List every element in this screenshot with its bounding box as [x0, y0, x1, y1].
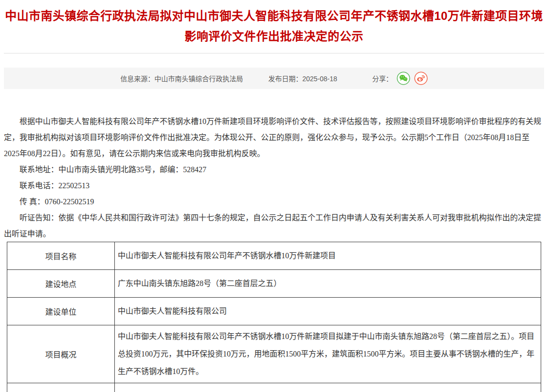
- project-info-table-body: 项目名称 中山市御夫人智能科技有限公司年产不锈钢水槽10万件新建项目 建设地点 …: [7, 242, 541, 392]
- body-paragraph: 联系地址：中山市南头镇光明北路35号，邮编：528427: [4, 161, 544, 178]
- share-group: 分享：: [372, 71, 428, 85]
- project-info-table: 项目名称 中山市御夫人智能科技有限公司年产不锈钢水槽10万件新建项目 建设地点 …: [7, 242, 541, 392]
- info-source: 信息来源：中山市南头镇综合行政执法局: [120, 73, 243, 83]
- row-value: 广州市成诺环境科技有限公司: [115, 383, 541, 392]
- table-row: 项目名称 中山市御夫人智能科技有限公司年产不锈钢水槽10万件新建项目: [7, 242, 541, 270]
- row-label: 环评机构: [7, 383, 115, 392]
- row-label: 项目概况: [7, 325, 115, 383]
- page-title: 中山市南头镇综合行政执法局拟对中山市御夫人智能科技有限公司年产不锈钢水槽10万件…: [4, 0, 544, 47]
- weibo-share-icon[interactable]: [414, 71, 428, 85]
- info-source-value: 中山市南头镇综合行政执法局: [154, 75, 243, 83]
- body-paragraph: 传 真：0760-22502519: [4, 194, 544, 210]
- row-label: 建设地点: [7, 270, 115, 298]
- row-value: 中山市御夫人智能科技有限公司: [115, 298, 541, 325]
- table-row: 项目概况 中山市御夫人智能科技有限公司年产不锈钢水槽10万件新建项目拟建于中山市…: [7, 325, 541, 383]
- wechat-share-icon[interactable]: [397, 71, 410, 85]
- body-paragraph: 听证告知：依据《中华人民共和国行政许可法》第四十七条的规定，自公示之日起五个工作…: [4, 210, 544, 242]
- row-value: 广东中山南头镇东旭路28号（第二座首层之五）: [115, 270, 541, 298]
- row-label: 建设单位: [7, 298, 115, 325]
- meta-bar: 信息来源：中山市南头镇综合行政执法局 发布日期：2025-08-18 分享：: [4, 68, 544, 89]
- row-value: 中山市御夫人智能科技有限公司年产不锈钢水槽10万件新建项目: [115, 242, 541, 270]
- table-row: 建设单位 中山市御夫人智能科技有限公司: [7, 298, 541, 325]
- announcement-body: 根据中山市御夫人智能科技有限公司年产不锈钢水槽10万件新建项目环境影响评价文件、…: [4, 113, 544, 242]
- row-value: 中山市御夫人智能科技有限公司年产不锈钢水槽10万件新建项目拟建于中山市南头镇东旭…: [115, 325, 541, 383]
- body-paragraph: 联系电话：22502513: [4, 178, 544, 194]
- table-row: 建设地点 广东中山南头镇东旭路28号（第二座首层之五）: [7, 270, 541, 298]
- publish-date: 发布日期：2025-08-18: [268, 73, 337, 83]
- publish-date-label: 发布日期：: [268, 75, 302, 83]
- info-source-label: 信息来源：: [120, 75, 154, 83]
- table-row: 环评机构 广州市成诺环境科技有限公司: [7, 383, 541, 392]
- title-divider: [4, 53, 544, 53]
- announcement-page: 中山市南头镇综合行政执法局拟对中山市御夫人智能科技有限公司年产不锈钢水槽10万件…: [0, 0, 548, 392]
- publish-date-value: 2025-08-18: [302, 75, 337, 83]
- body-paragraph: 根据中山市御夫人智能科技有限公司年产不锈钢水槽10万件新建项目环境影响评价文件、…: [4, 113, 544, 161]
- share-label: 分享：: [372, 73, 393, 83]
- row-label: 项目名称: [7, 242, 115, 270]
